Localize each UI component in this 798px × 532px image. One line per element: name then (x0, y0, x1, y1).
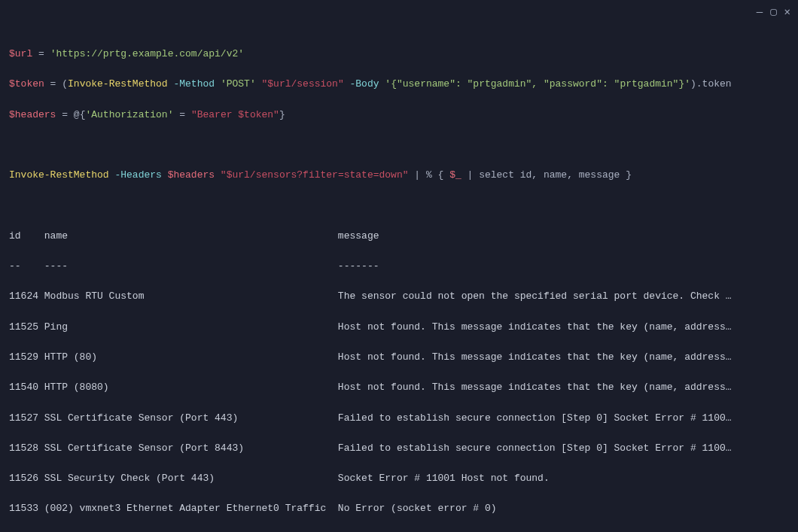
table-row: 11533 (002) vmxnet3 Ethernet Adapter Eth… (9, 501, 789, 516)
table-row: 11525 Ping Host not found. This message … (9, 320, 789, 335)
var-url: $url (9, 48, 32, 59)
session-url: "$url/session" (256, 78, 344, 90)
code-line-3: $headers = @{'Authorization' = "Bearer $… (9, 108, 789, 123)
op-eq2: = (173, 109, 190, 120)
cmd-irm: Invoke-RestMethod (68, 78, 168, 90)
body-json: '{"username": "prtgadmin", "password": "… (385, 78, 690, 90)
param-body: -Body (344, 78, 385, 90)
minimize-icon[interactable]: — (757, 5, 763, 21)
table-row: 11624 Modbus RTU Custom The sensor could… (9, 289, 789, 304)
table-row: 11540 HTTP (8080) Host not found. This m… (9, 380, 789, 395)
method-post: 'POST' (221, 78, 256, 90)
param-headers: -Headers (109, 169, 168, 181)
table-row: 11527 SSL Certificate Sensor (Port 443) … (9, 411, 789, 426)
blank-line-2 (9, 199, 789, 214)
close-icon[interactable]: ✕ (784, 5, 790, 21)
terminal-output: $url = 'https://prtg.example.com/api/v2'… (0, 0, 798, 532)
table-row: 11528 SSL Certificate Sensor (Port 8443)… (9, 441, 789, 456)
table-row: 11526 SSL Security Check (Port 443) Sock… (9, 471, 789, 486)
pipe-foreach: | % { (409, 169, 450, 181)
url-string: 'https://prtg.example.com/api/v2' (50, 48, 244, 59)
sensors-url: "$url/sensors?filter=state=down" (215, 169, 408, 181)
code-line-2: $token = (Invoke-RestMethod -Method 'POS… (9, 77, 789, 92)
close-brace: } (279, 109, 285, 120)
var-token: $token (9, 78, 44, 90)
maximize-icon[interactable]: ▢ (770, 5, 776, 21)
blank-line-1 (9, 138, 789, 153)
code-line-5: Invoke-RestMethod -Headers $headers "$ur… (9, 168, 789, 183)
var-headers: $headers (9, 109, 56, 120)
table1-header: id name message (9, 229, 789, 244)
table-row: 11529 HTTP (80) Host not found. This mes… (9, 350, 789, 365)
op-eq-paren: = ( (44, 78, 68, 90)
var-it: $_ (449, 169, 461, 181)
pipe-select: | select id, name, message } (461, 169, 632, 181)
code-line-1: $url = 'https://prtg.example.com/api/v2' (9, 47, 789, 62)
param-method: -Method (168, 78, 221, 90)
window-controls: — ▢ ✕ (757, 5, 790, 21)
cmd-irm-2: Invoke-RestMethod (9, 169, 109, 181)
op-eq: = (32, 48, 50, 59)
table1-divider: -- ---- ------- (9, 259, 789, 274)
auth-value: "Bearer $token" (191, 109, 279, 120)
tail-token: ).token (690, 78, 732, 90)
op-eq-hash: = @{ (56, 109, 85, 120)
auth-key: 'Authorization' (85, 109, 173, 120)
var-headers-2: $headers (168, 169, 215, 181)
